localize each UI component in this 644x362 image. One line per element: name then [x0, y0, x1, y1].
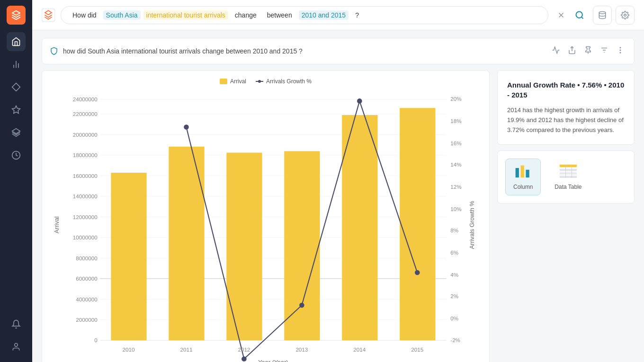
- growth-point-2015[interactable]: [415, 270, 420, 275]
- svg-marker-4: [12, 106, 20, 114]
- svg-text:2000000: 2000000: [76, 317, 98, 323]
- svg-text:2014: 2014: [353, 346, 366, 353]
- svg-text:22000000: 22000000: [73, 111, 98, 117]
- legend-bar-icon: [220, 79, 227, 84]
- bar-2014[interactable]: [342, 115, 377, 340]
- data-table-icon: [559, 164, 578, 181]
- filter-icon[interactable]: [598, 44, 610, 58]
- svg-rect-72: [520, 166, 524, 177]
- sidebar: [0, 0, 32, 362]
- insight-card: Annual Growth Rate • 7.56% • 2010 - 2015…: [497, 70, 635, 145]
- svg-text:14000000: 14000000: [73, 193, 98, 199]
- sidebar-item-layers[interactable]: [7, 123, 26, 142]
- growth-point-2011[interactable]: [184, 124, 189, 130]
- svg-text:24000000: 24000000: [73, 96, 98, 102]
- search-input[interactable]: How did South Asia international tourist…: [61, 6, 548, 24]
- svg-point-7: [15, 344, 18, 347]
- sidebar-item-star[interactable]: [7, 100, 26, 119]
- svg-text:Arrival: Arrival: [53, 216, 60, 233]
- sidebar-item-notifications[interactable]: [7, 315, 26, 334]
- svg-text:8000000: 8000000: [76, 255, 98, 261]
- svg-point-11: [576, 11, 582, 18]
- sidebar-item-analytics[interactable]: [7, 55, 26, 74]
- svg-point-13: [599, 11, 606, 14]
- svg-text:20000000: 20000000: [73, 132, 98, 138]
- viz-option-column[interactable]: Column: [505, 159, 541, 195]
- settings-button[interactable]: [616, 6, 635, 25]
- sidebar-item-user[interactable]: [7, 337, 26, 356]
- svg-text:18%: 18%: [450, 118, 461, 124]
- sidebar-bottom: [7, 315, 26, 356]
- token-how-did: How did: [69, 10, 100, 20]
- token-years[interactable]: 2010 and 2015: [299, 10, 349, 20]
- pin-icon[interactable]: [582, 44, 594, 58]
- svg-text:18000000: 18000000: [73, 152, 98, 158]
- growth-point-2014[interactable]: [357, 98, 362, 104]
- bar-2013[interactable]: [284, 151, 320, 340]
- token-change: change: [231, 10, 260, 20]
- svg-text:20%: 20%: [450, 96, 461, 102]
- svg-text:6000000: 6000000: [76, 275, 98, 282]
- svg-rect-75: [560, 169, 577, 171]
- topbar: How did South Asia international tourist…: [32, 0, 644, 30]
- database-button[interactable]: [593, 6, 612, 25]
- question-bar: how did South Asia international tourist…: [42, 38, 635, 64]
- growth-point-2012[interactable]: [242, 356, 247, 362]
- viz-column-label: Column: [513, 184, 533, 190]
- svg-line-12: [581, 17, 583, 18]
- legend-line-icon: [256, 81, 263, 82]
- sidebar-item-diamond[interactable]: [7, 78, 26, 97]
- sidebar-item-history[interactable]: [7, 146, 26, 165]
- viz-data-table-label: Data Table: [555, 184, 581, 190]
- svg-text:8%: 8%: [450, 227, 458, 233]
- chart-section: Arrival Arrivals Growth % .tick-text { f…: [42, 70, 635, 362]
- clear-button[interactable]: [554, 8, 568, 22]
- search-button[interactable]: [572, 8, 587, 23]
- content-area: how did South Asia international tourist…: [32, 30, 644, 362]
- insight-title: Annual Growth Rate • 7.56% • 2010 - 2015: [507, 80, 625, 100]
- app-logo[interactable]: [7, 6, 26, 25]
- svg-rect-77: [560, 176, 577, 178]
- viz-option-data-table[interactable]: Data Table: [546, 159, 590, 195]
- chart-svg: .tick-text { font-size: 11px; fill: #888…: [50, 88, 482, 362]
- growth-point-2013[interactable]: [299, 303, 304, 308]
- svg-text:2%: 2%: [450, 293, 458, 299]
- question-bar-actions: [550, 44, 626, 58]
- svg-point-21: [620, 50, 621, 51]
- token-arrivals[interactable]: international tourist arrivals: [143, 10, 228, 20]
- svg-rect-76: [560, 173, 577, 175]
- svg-text:2012: 2012: [238, 346, 250, 353]
- more-icon[interactable]: [614, 44, 626, 58]
- chart-legend: Arrival Arrivals Growth %: [50, 78, 482, 85]
- svg-rect-71: [515, 168, 519, 177]
- svg-rect-73: [526, 170, 529, 177]
- svg-text:12%: 12%: [450, 184, 461, 190]
- token-south-asia[interactable]: South Asia: [103, 10, 141, 20]
- chart-area: .tick-text { font-size: 11px; fill: #888…: [50, 88, 482, 362]
- legend-growth-label: Arrivals Growth %: [266, 78, 312, 85]
- right-panel: Annual Growth Rate • 7.56% • 2010 - 2015…: [497, 70, 635, 362]
- thoughtspot-logo: [42, 9, 55, 22]
- svg-point-20: [620, 47, 621, 48]
- legend-arrival: Arrival: [220, 78, 246, 85]
- legend-growth: Arrivals Growth %: [256, 78, 312, 85]
- svg-point-14: [624, 14, 626, 16]
- chart-card: Arrival Arrivals Growth % .tick-text { f…: [42, 70, 490, 362]
- svg-text:2015: 2015: [411, 346, 423, 353]
- question-text: how did South Asia international tourist…: [63, 47, 303, 55]
- bar-2015[interactable]: [400, 108, 435, 340]
- share-icon[interactable]: [566, 44, 578, 58]
- bar-2010[interactable]: [111, 173, 146, 340]
- svg-text:4000000: 4000000: [76, 296, 98, 302]
- svg-point-22: [620, 53, 621, 53]
- pulse-icon[interactable]: [550, 44, 562, 58]
- top-right-buttons: [593, 6, 635, 25]
- sidebar-item-home[interactable]: [7, 32, 26, 51]
- bar-2012[interactable]: [226, 153, 262, 341]
- svg-text:2013: 2013: [295, 346, 308, 353]
- bar-2011[interactable]: [169, 147, 204, 340]
- shield-icon: [50, 47, 58, 55]
- svg-text:12000000: 12000000: [73, 214, 98, 220]
- svg-text:Year (Year): Year (Year): [258, 359, 288, 362]
- viz-selector: Column D: [497, 150, 635, 203]
